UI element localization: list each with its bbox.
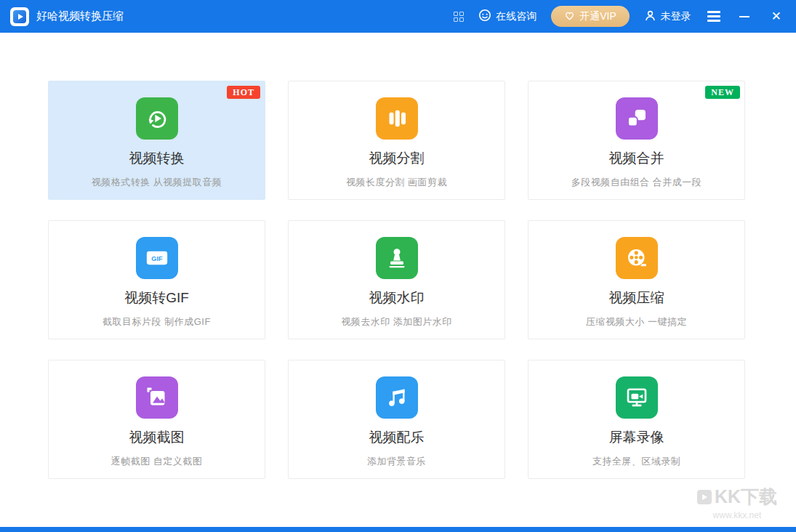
mini-apps-grid-icon[interactable] [454,12,464,22]
card-subtitle: 添加背景音乐 [367,455,426,468]
feature-card-video-split[interactable]: 视频分割 视频长度分割 画面剪裁 [288,81,505,200]
feature-card-video-convert[interactable]: HOT 视频转换 视频格式转换 从视频提取音频 [48,81,265,200]
user-icon [644,9,656,24]
svg-text:GIF: GIF [151,255,163,262]
card-title: 视频转GIF [124,289,189,307]
video-convert-icon [136,97,178,140]
music-note-icon [376,376,418,419]
login-button[interactable]: 未登录 [644,9,691,24]
watermark-brand: KK下载 [715,485,777,509]
video-merge-icon [616,97,658,140]
feature-card-grid: HOT 视频转换 视频格式转换 从视频提取音频 视频分割 视频长度分割 画面剪裁… [48,81,796,479]
login-status-label: 未登录 [661,10,691,23]
feature-card-video-merge[interactable]: NEW 视频合并 多段视频自由组合 合并成一段 [528,81,745,200]
feature-card-screen-record[interactable]: 屏幕录像 支持全屏、区域录制 [528,360,745,479]
online-support-button[interactable]: 在线咨询 [478,9,536,24]
vip-heart-icon [564,10,575,23]
card-subtitle: 压缩视频大小 一键搞定 [586,315,687,329]
online-support-label: 在线咨询 [496,10,536,23]
new-badge: NEW [705,86,740,99]
vip-label: 开通VIP [579,10,616,23]
card-title: 屏幕录像 [609,428,664,447]
feature-card-video-compress[interactable]: 视频压缩 压缩视频大小 一键搞定 [528,220,745,339]
screen-record-icon [616,376,658,419]
feature-card-video-watermark[interactable]: 视频水印 视频去水印 添加图片水印 [288,220,505,339]
titlebar: 好哈视频转换压缩 在线咨询 开通VIP [0,0,796,33]
card-subtitle: 支持全屏、区域录制 [592,455,681,468]
card-subtitle: 多段视频自由组合 合并成一段 [571,176,702,189]
kk-logo-icon [697,490,712,504]
feature-card-video-to-gif[interactable]: GIF 视频转GIF 截取目标片段 制作成GIF [48,220,265,339]
video-split-icon [376,97,418,140]
watermark: KK下载 www.kkx.net [697,485,777,520]
card-title: 视频截图 [129,428,185,447]
card-title: 视频合并 [609,149,664,168]
card-subtitle: 逐帧截图 自定义截图 [111,455,203,468]
card-title: 视频配乐 [369,428,425,447]
card-subtitle: 视频长度分割 画面剪裁 [346,176,447,189]
card-title: 视频转换 [129,149,185,168]
card-subtitle: 截取目标片段 制作成GIF [102,315,211,329]
card-subtitle: 视频格式转换 从视频提取音频 [92,176,222,189]
app-logo-icon [10,7,29,26]
close-button[interactable]: ✕ [767,7,786,25]
watermark-stamp-icon [376,237,418,279]
vip-button[interactable]: 开通VIP [551,6,630,27]
watermark-url: www.kkx.net [697,510,777,520]
chat-smiley-icon [478,9,491,24]
film-reel-icon [616,237,658,279]
feature-card-video-screenshot[interactable]: 视频截图 逐帧截图 自定义截图 [48,360,265,479]
card-title: 视频分割 [369,149,425,168]
card-title: 视频压缩 [609,289,664,307]
gif-icon: GIF [136,237,178,279]
hot-badge: HOT [227,86,260,99]
bottom-accent-bar [0,527,796,532]
feature-card-video-music[interactable]: 视频配乐 添加背景音乐 [288,360,505,479]
minimize-button[interactable] [736,9,752,25]
card-subtitle: 视频去水印 添加图片水印 [341,315,452,329]
app-title: 好哈视频转换压缩 [36,9,124,23]
menu-button[interactable] [706,8,722,25]
card-title: 视频水印 [369,289,425,307]
crop-screenshot-icon [136,376,178,419]
